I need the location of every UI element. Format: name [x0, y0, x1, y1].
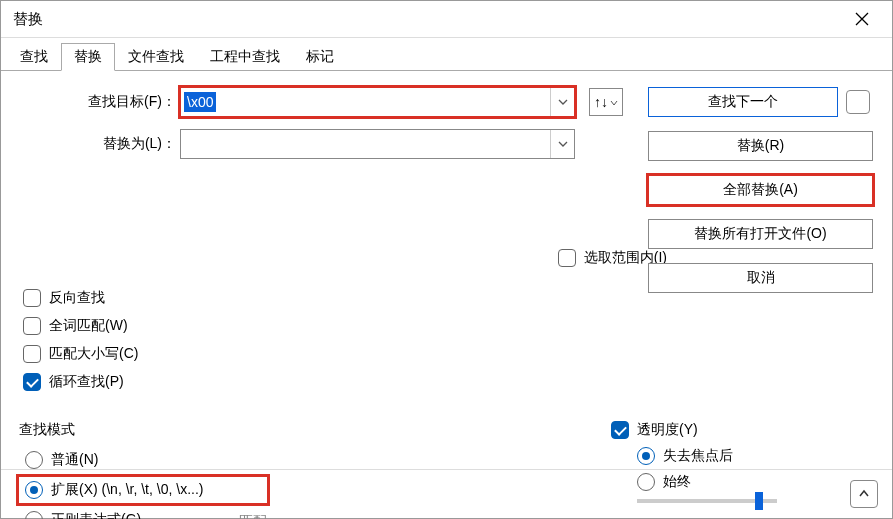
chevron-down-icon	[557, 96, 569, 108]
replace-all-button[interactable]: 全部替换(A)	[648, 175, 873, 205]
collapse-button[interactable]	[850, 480, 878, 508]
mode-normal-radio[interactable]	[25, 451, 43, 469]
backward-option[interactable]: 反向查找	[23, 289, 138, 307]
action-buttons: 查找下一个 替换(R) 全部替换(A) 替换所有打开文件(O) 取消	[648, 87, 878, 293]
search-options: 反向查找 全词匹配(W) 匹配大小写(C) 循环查找(P)	[23, 289, 138, 391]
replace-input-container	[180, 129, 575, 159]
tab-mark[interactable]: 标记	[293, 43, 347, 71]
dialog-title: 替换	[13, 10, 43, 29]
find-input[interactable]: \x00	[184, 92, 216, 112]
close-button[interactable]	[842, 7, 882, 31]
mode-extended[interactable]: 扩展(X) (\n, \r, \t, \0, \x...)	[19, 477, 267, 503]
transparency-checkbox[interactable]	[611, 421, 629, 439]
in-selection-checkbox[interactable]	[558, 249, 576, 267]
find-input-container: \x00	[180, 87, 575, 117]
replace-input[interactable]	[181, 130, 550, 158]
tab-find-in-files[interactable]: 文件查找	[115, 43, 197, 71]
find-label: 查找目标(F)：	[15, 93, 180, 111]
tab-replace[interactable]: 替换	[61, 43, 115, 71]
chevron-down-icon	[557, 138, 569, 150]
tab-find-in-project[interactable]: 工程中查找	[197, 43, 293, 71]
match-case-option[interactable]: 匹配大小写(C)	[23, 345, 138, 363]
replace-button[interactable]: 替换(R)	[648, 131, 873, 161]
find-dropdown[interactable]	[550, 88, 574, 116]
replace-label: 替换为(L)：	[15, 135, 180, 153]
close-icon	[855, 12, 869, 26]
tab-find[interactable]: 查找	[7, 43, 61, 71]
transparency-always[interactable]: 始终	[637, 473, 777, 491]
tab-bar: 查找 替换 文件查找 工程中查找 标记	[1, 38, 892, 71]
replace-all-open-button[interactable]: 替换所有打开文件(O)	[648, 219, 873, 249]
transparency-slider[interactable]	[637, 499, 777, 503]
transparency-on-blur-radio[interactable]	[637, 447, 655, 465]
transparency-group: 透明度(Y) 失去焦点后 始终	[611, 421, 777, 503]
dialog-content: 查找目标(F)： \x00 ↑↓ 替换为(L)：	[1, 71, 892, 518]
titlebar: 替换	[1, 1, 892, 38]
wrap-checkbox[interactable]	[23, 373, 41, 391]
wrap-option[interactable]: 循环查找(P)	[23, 373, 138, 391]
replace-dialog: 替换 查找 替换 文件查找 工程中查找 标记 查找目标(F)： \x00 ↑↓	[0, 0, 893, 519]
transparency-on-blur[interactable]: 失去焦点后	[637, 447, 777, 465]
find-next-aux[interactable]	[846, 90, 870, 114]
replace-dropdown[interactable]	[550, 130, 574, 158]
search-mode-group: 查找模式 普通(N) 扩展(X) (\n, \r, \t, \0, \x...)…	[19, 421, 267, 519]
search-mode-title: 查找模式	[19, 421, 267, 439]
chevron-up-icon	[858, 488, 870, 500]
divider	[1, 469, 892, 470]
swap-icon: ↑↓	[594, 94, 608, 110]
backward-checkbox[interactable]	[23, 289, 41, 307]
mode-regex-radio[interactable]	[25, 511, 43, 519]
swap-button[interactable]: ↑↓	[589, 88, 623, 116]
slider-thumb[interactable]	[755, 492, 763, 510]
mode-extended-radio[interactable]	[25, 481, 43, 499]
match-case-checkbox[interactable]	[23, 345, 41, 363]
find-next-button[interactable]: 查找下一个	[648, 87, 838, 117]
whole-word-option[interactable]: 全词匹配(W)	[23, 317, 138, 335]
transparency-always-radio[interactable]	[637, 473, 655, 491]
dot-newline-option: . 匹配新行	[209, 513, 267, 519]
cancel-button[interactable]: 取消	[648, 263, 873, 293]
whole-word-checkbox[interactable]	[23, 317, 41, 335]
transparency-toggle[interactable]: 透明度(Y)	[611, 421, 777, 439]
